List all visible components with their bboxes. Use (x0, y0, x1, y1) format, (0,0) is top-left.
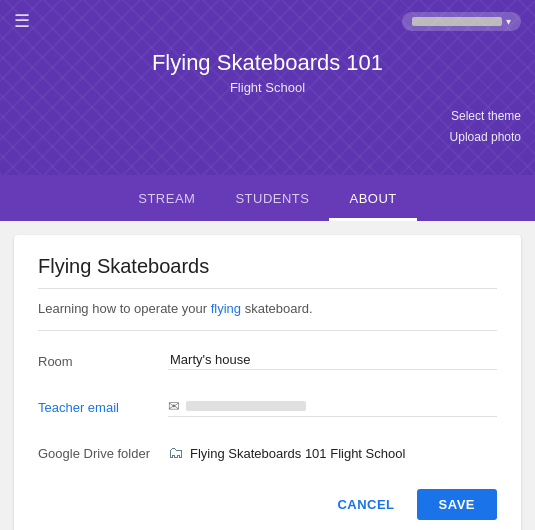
drive-folder-value: Flying Skateboards 101 Flight School (190, 446, 405, 461)
save-button[interactable]: SAVE (417, 489, 497, 520)
tab-students[interactable]: STUDENTS (215, 175, 329, 221)
main-content: Flying Skateboards Learning how to opera… (0, 221, 535, 530)
cancel-button[interactable]: CANCEL (327, 489, 404, 520)
select-theme-link[interactable]: Select theme (450, 106, 521, 126)
teacher-email-label: Teacher email (38, 400, 168, 415)
drive-folder-value-row: 🗂 Flying Skateboards 101 Flight School (168, 444, 497, 462)
room-label: Room (38, 354, 168, 369)
drive-folder-field-row: Google Drive folder 🗂 Flying Skateboards… (38, 437, 497, 469)
description-text-end: skateboard. (241, 301, 313, 316)
email-field-row: ✉ (168, 398, 497, 417)
drive-folder-label: Google Drive folder (38, 446, 168, 461)
header-actions: Select theme Upload photo (450, 106, 521, 147)
card-actions: CANCEL SAVE (38, 483, 497, 520)
card-title: Flying Skateboards (38, 255, 497, 289)
description-text-start: Learning how to operate your (38, 301, 211, 316)
tab-stream[interactable]: STREAM (118, 175, 215, 221)
header-background-pattern (0, 0, 535, 175)
upload-photo-link[interactable]: Upload photo (450, 127, 521, 147)
about-card: Flying Skateboards Learning how to opera… (14, 235, 521, 530)
email-value-blurred (186, 401, 306, 411)
description-link[interactable]: flying (211, 301, 241, 316)
folder-icon: 🗂 (168, 444, 184, 462)
page-header: ☰ ▾ Flying Skateboards 101 Flight School… (0, 0, 535, 175)
tab-about[interactable]: ABOUT (329, 175, 416, 221)
email-icon: ✉ (168, 398, 180, 414)
room-value: Marty's house (168, 352, 497, 370)
card-description: Learning how to operate your flying skat… (38, 301, 497, 331)
room-field-row: Room Marty's house (38, 345, 497, 377)
navigation-tabs: STREAM STUDENTS ABOUT (0, 175, 535, 221)
teacher-email-field-row: Teacher email ✉ (38, 391, 497, 423)
